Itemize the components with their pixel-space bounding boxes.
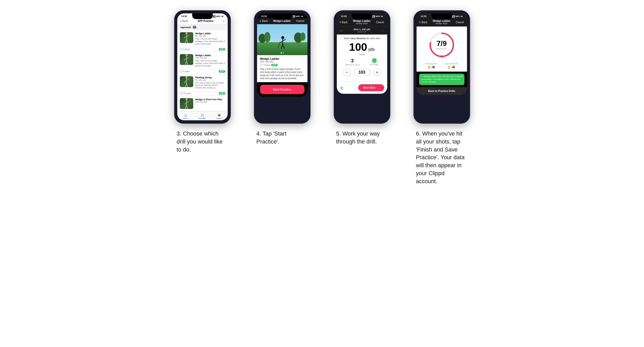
- toast-close-6[interactable]: ✕: [461, 75, 463, 78]
- chevron-icon-4: [260, 20, 262, 22]
- trash-icon-5[interactable]: 🗑: [340, 86, 343, 90]
- svg-line-23: [187, 105, 188, 109]
- nav-title-3: APP Practice: [198, 20, 214, 22]
- shot-entry-5: Enter carry distance for each shot 100 y…: [337, 35, 387, 81]
- increment-btn-5[interactable]: +: [373, 69, 381, 76]
- status-icons-5: ▐▐▐ WiFi 46: [370, 15, 383, 18]
- chevron-icon-5: [339, 21, 341, 23]
- svg-line-17: [187, 83, 188, 87]
- nav-bar-5: Back Wedge Ladder 06 Mar 2023 Cancel: [337, 18, 387, 27]
- tab-home-3[interactable]: ⌂ Home: [177, 113, 194, 119]
- svg-line-16: [185, 83, 187, 87]
- course-image-4: [257, 24, 307, 55]
- svg-line-5: [187, 39, 188, 43]
- nav-right-6[interactable]: Cancel: [456, 21, 464, 24]
- phone-6-inner: 13:03 ▐▐▐ WiFi 46 Back Wedge Ladder 06 M…: [417, 13, 467, 95]
- trophy-icon-prev-6: 🏆: [427, 66, 430, 69]
- tab-capture-3[interactable]: ⊕ Capture: [211, 113, 227, 119]
- last-month-pb-value-6: 🏆 -/9: [444, 65, 458, 69]
- back-btn-4[interactable]: Back: [260, 20, 268, 22]
- nav-title-4: Wedge Ladder: [273, 20, 291, 22]
- phone-5-inner: 13:03 ▐▐▐ WiFi 46 Back Wedge Ladder: [337, 13, 387, 94]
- status-icons-4: ▐▐▐ WiFi 46: [291, 15, 303, 18]
- wifi-icon-6: WiFi: [455, 15, 460, 18]
- back-btn-5[interactable]: Back: [340, 21, 348, 24]
- shot-title-5: Shot 1, 100 yds Score 5/9: [354, 28, 370, 33]
- dot-2: [283, 52, 284, 54]
- drill-footer-1: 🕐 9 shots APP: [177, 47, 228, 52]
- tab-home-label-3: Home: [183, 117, 188, 119]
- input-row-5: − 103 +: [339, 69, 385, 76]
- time-4: 13:02: [261, 15, 267, 18]
- svg-line-22: [185, 105, 187, 109]
- phone-4-inner: 13:02 ▐▐▐ WiFi 46 Back Wedge Ladder Canc…: [257, 13, 307, 97]
- drill-item-3[interactable]: Pitching String 55–100 yds Hit 1 shot at…: [177, 74, 228, 91]
- drill-info-2: Wedge Ladder 100–140 yds Play 1 shot at …: [195, 54, 225, 67]
- svg-point-6: [186, 54, 188, 56]
- svg-line-14: [184, 80, 187, 83]
- golfer-icon-2: [183, 54, 190, 65]
- clock-icon-3: 🕐: [180, 92, 182, 95]
- shots-text-4: 9 shots: [264, 64, 270, 66]
- star-icon-4: ☆: [302, 57, 304, 61]
- svg-point-29: [300, 32, 305, 41]
- prev-pb-value-6: 🏆 -/9: [425, 65, 437, 69]
- back-drills-btn-6[interactable]: Back to Practice Drills: [417, 87, 467, 95]
- tab-activities-3[interactable]: ♺ Activities: [194, 113, 211, 119]
- battery-icon-6: 46: [461, 15, 463, 18]
- tab-capture-label-3: Capture: [216, 117, 222, 119]
- battery-icon-3: 46: [221, 15, 224, 18]
- drill-thumb-inner-2: [180, 54, 193, 65]
- drill-footer-2: 🕐 9 shots APP: [177, 70, 228, 74]
- trophy-icon-month-6: 🏆: [447, 66, 451, 69]
- phone-3-inner: 13:02 ▐▐▐ WiFi 46 Back APP Practice ≡: [177, 13, 228, 120]
- success-toast-6: ✕ ✓ 'Wedge Ladder (100–140 yds)' was cre…: [419, 74, 464, 85]
- drill-list-3: Wedge Ladder 50–100 yds Play 1 shot at e…: [177, 30, 228, 111]
- check-icon-6: ✓: [421, 75, 423, 78]
- chevron-icon-6: [419, 21, 421, 23]
- shot-score-5: Score 5/9: [354, 31, 370, 33]
- drill-item-2[interactable]: Wedge Ladder 100–140 yds Play 1 shot at …: [177, 52, 228, 69]
- input-value-5[interactable]: 103: [354, 69, 370, 76]
- next-shot-bar-5: 🗑 Next Shot →: [337, 81, 387, 94]
- prev-pb-6: Previous PB 🏆 -/9: [425, 63, 437, 69]
- practice-detail-4: Wedge Ladder 100–140 yds ☆ 🕐 9 shots APP…: [257, 55, 307, 82]
- app-badge-4: APP: [271, 64, 277, 66]
- nav-right-5[interactable]: Cancel: [376, 21, 384, 24]
- drill-item-4[interactable]: Wedge & Short Iron Play 100–140 yds: [177, 96, 228, 111]
- drill-thumb-4: [180, 98, 193, 109]
- score-text-6: 7/9 Total Score: [436, 40, 447, 50]
- prev-shot-arrow[interactable]: ←: [340, 29, 343, 33]
- nav-right-4[interactable]: Cancel: [296, 20, 304, 22]
- start-practice-btn-4[interactable]: Start Practice: [260, 85, 304, 94]
- score-circle-container-6: 7/9 Total Score: [417, 27, 467, 61]
- golfer-icon-1: [183, 32, 190, 43]
- pb-row-6: Previous PB 🏆 -/9 Last month PB 🏆 -/9: [417, 61, 467, 72]
- svg-line-4: [185, 39, 187, 43]
- battery-icon-5: 46: [381, 15, 383, 18]
- clock-icon-4b: 🕐: [260, 64, 263, 66]
- phone-5-notch: [352, 13, 372, 19]
- back-btn-3[interactable]: Back: [180, 20, 188, 22]
- svg-point-18: [186, 98, 188, 100]
- app-badge-2: APP: [219, 70, 225, 73]
- drill-item-1[interactable]: Wedge Ladder 50–100 yds Play 1 shot at e…: [177, 30, 228, 47]
- next-shot-arrow[interactable]: →: [381, 29, 384, 33]
- nav-right-3[interactable]: ≡: [223, 20, 225, 22]
- target-label-5: Target: [339, 53, 385, 56]
- wifi-icon-5: WiFi: [376, 15, 380, 18]
- approach-badge-3: Approach 7: [177, 24, 228, 30]
- status-icons-6: ▐▐▐ WiFi 46: [450, 15, 463, 18]
- app-badge-1: APP: [219, 48, 225, 50]
- time-3: 13:02: [181, 15, 187, 18]
- score-circle-6: 7/9 Total Score: [428, 31, 456, 59]
- drill-footer-3: 🕐 10 shots APP: [177, 91, 228, 96]
- decrement-btn-5[interactable]: −: [343, 69, 351, 76]
- practice-name-4: Wedge Ladder: [260, 57, 280, 60]
- next-shot-btn-5[interactable]: Next Shot →: [358, 84, 384, 91]
- practice-name-col: Wedge Ladder 100–140 yds: [260, 57, 280, 63]
- time-5: 13:03: [341, 15, 347, 18]
- back-btn-6[interactable]: Back: [420, 21, 427, 24]
- time-6: 13:03: [421, 15, 427, 18]
- activities-icon-3: ♺: [201, 113, 204, 117]
